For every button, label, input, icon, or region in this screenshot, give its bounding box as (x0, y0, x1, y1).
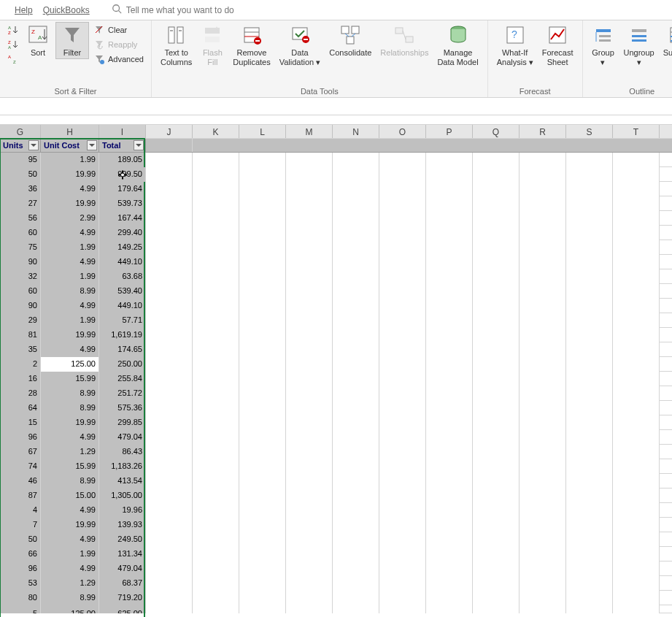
cell-empty[interactable] (239, 196, 286, 211)
cell-empty[interactable] (286, 299, 333, 313)
cell-empty[interactable] (379, 167, 426, 182)
table-row[interactable]: 44.9919.96 (0, 503, 672, 518)
cell-empty[interactable] (473, 518, 520, 532)
remove-duplicates-button[interactable]: Remove Duplicates (230, 22, 273, 68)
cell-empty[interactable] (333, 474, 379, 488)
clear-filter-button[interactable]: Clear (92, 23, 145, 37)
cell-empty[interactable] (379, 415, 426, 430)
cell-empty[interactable] (239, 167, 286, 182)
table-row[interactable]: 751.99149.25 (0, 240, 672, 255)
cell-empty[interactable] (613, 196, 660, 211)
cell-empty[interactable] (286, 605, 333, 613)
cell-empty[interactable] (520, 488, 566, 503)
cell-empty[interactable] (286, 182, 333, 196)
cell-empty[interactable] (473, 357, 520, 372)
table-row[interactable]: 964.99479.04 (0, 430, 672, 445)
cell-empty[interactable] (473, 313, 520, 328)
cell-empty[interactable] (613, 240, 660, 255)
table-row[interactable]: 504.99249.50 (0, 532, 672, 547)
cell-empty[interactable] (379, 488, 426, 503)
cell-unit-cost[interactable]: 15.99 (41, 459, 99, 474)
cell-units[interactable]: 74 (0, 459, 41, 474)
cell-unit-cost[interactable]: 4.99 (41, 430, 99, 445)
cell-empty[interactable] (146, 459, 193, 474)
cell-empty[interactable] (566, 167, 613, 182)
cell-total[interactable]: 719.20 (99, 591, 146, 605)
reapply-button[interactable]: Reapply (92, 38, 145, 51)
cell-empty[interactable] (239, 328, 286, 342)
cell-empty[interactable] (426, 284, 473, 299)
cell-empty[interactable] (473, 532, 520, 547)
cell-total[interactable]: 131.34 (99, 547, 146, 562)
cell-empty[interactable] (520, 562, 566, 576)
cell-unit-cost[interactable]: 1.99 (41, 269, 99, 284)
cell-units[interactable]: 81 (0, 328, 41, 342)
cell-empty[interactable] (193, 357, 239, 372)
cell-total[interactable]: 299.85 (99, 415, 146, 430)
cell-empty[interactable] (193, 532, 239, 547)
cell-empty[interactable] (239, 503, 286, 518)
cell-empty[interactable] (426, 576, 473, 591)
cell-total[interactable]: 999.50 (99, 167, 146, 182)
sort-custom-button[interactable]: AZ (6, 53, 20, 66)
cell-empty[interactable] (473, 474, 520, 488)
table-row[interactable]: 531.2968.37 (0, 576, 672, 591)
cell-empty[interactable] (426, 342, 473, 357)
cell-unit-cost[interactable]: 19.99 (41, 167, 99, 182)
cell-empty[interactable] (379, 240, 426, 255)
cell-empty[interactable] (239, 255, 286, 269)
cell-unit-cost[interactable]: 19.99 (41, 328, 99, 342)
cell-empty[interactable] (520, 284, 566, 299)
cell-empty[interactable] (333, 430, 379, 445)
cell-total[interactable]: 68.37 (99, 576, 146, 591)
cell-empty[interactable] (333, 459, 379, 474)
cell-empty[interactable] (473, 372, 520, 386)
cell-empty[interactable] (286, 459, 333, 474)
cell-empty[interactable] (239, 605, 286, 613)
cell-empty[interactable] (520, 503, 566, 518)
cell-empty[interactable] (613, 401, 660, 415)
header-units[interactable]: Units (0, 139, 41, 152)
cell-empty[interactable] (146, 167, 193, 182)
consolidate-button[interactable]: Consolidate (326, 22, 374, 59)
cell-empty[interactable] (379, 357, 426, 372)
cell-empty[interactable] (239, 415, 286, 430)
cell-empty[interactable] (473, 547, 520, 562)
col-header-r[interactable]: R (520, 125, 566, 138)
cell-empty[interactable] (379, 518, 426, 532)
cell-empty[interactable] (379, 532, 426, 547)
cell-units[interactable]: 46 (0, 474, 41, 488)
cell-empty[interactable] (566, 605, 613, 613)
cell-empty[interactable] (426, 196, 473, 211)
cell-empty[interactable] (379, 401, 426, 415)
cell-units[interactable]: 28 (0, 386, 41, 401)
cell-unit-cost[interactable]: 1.29 (41, 445, 99, 459)
cell-empty[interactable] (193, 299, 239, 313)
cell-empty[interactable] (193, 401, 239, 415)
cell-unit-cost[interactable]: 4.99 (41, 342, 99, 357)
cell-total[interactable]: 63.68 (99, 269, 146, 284)
col-header-l[interactable]: L (239, 125, 286, 138)
table-row[interactable]: 2125.00250.00 (0, 357, 672, 372)
cell-unit-cost[interactable]: 1.99 (41, 313, 99, 328)
cell-empty[interactable] (286, 386, 333, 401)
cell-units[interactable]: 56 (0, 211, 41, 226)
cell-empty[interactable] (379, 313, 426, 328)
cell-total[interactable]: 299.40 (99, 226, 146, 240)
cell-empty[interactable] (333, 386, 379, 401)
cell-empty[interactable] (379, 153, 426, 167)
cell-units[interactable]: 32 (0, 269, 41, 284)
cell-empty[interactable] (473, 430, 520, 445)
cell-empty[interactable] (379, 591, 426, 605)
cell-unit-cost[interactable]: 8.99 (41, 386, 99, 401)
cell-empty[interactable] (379, 445, 426, 459)
cell-empty[interactable] (193, 415, 239, 430)
cell-empty[interactable] (333, 591, 379, 605)
cell-empty[interactable] (239, 386, 286, 401)
table-row[interactable]: 321.9963.68 (0, 269, 672, 284)
cell-empty[interactable] (566, 562, 613, 576)
cell-empty[interactable] (613, 269, 660, 284)
cell-empty[interactable] (286, 342, 333, 357)
col-header-o[interactable]: O (379, 125, 426, 138)
cell-empty[interactable] (239, 299, 286, 313)
